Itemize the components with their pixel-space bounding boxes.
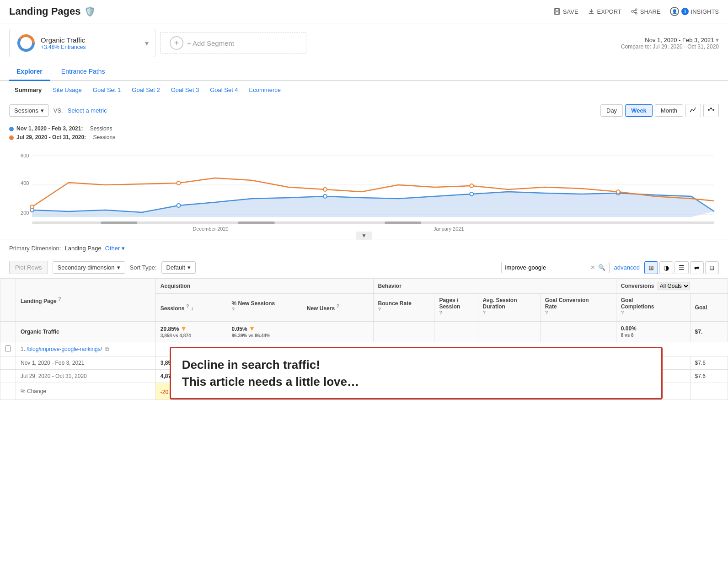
- export-button[interactable]: EXPORT: [588, 8, 621, 15]
- date-row-1: Nov 1, 2020 - Feb 3, 2021 3,858 (100.00%…: [0, 356, 728, 370]
- conversions-dropdown[interactable]: All Goals: [658, 282, 690, 290]
- subtab-summary[interactable]: Summary: [9, 85, 47, 95]
- conversions-label: Conversions: [621, 283, 654, 289]
- change-pages-session: -0.28%: [434, 383, 478, 400]
- add-segment-button[interactable]: + + Add Segment: [160, 32, 306, 54]
- change-goal-conv: 26.33%: [540, 383, 616, 400]
- sessions-help[interactable]: ?: [186, 303, 189, 309]
- date1-goal-value: $7.6: [690, 356, 728, 370]
- svg-point-5: [635, 12, 637, 14]
- goal-conv-help[interactable]: ?: [545, 310, 548, 315]
- url-cell: 1. /blog/improve-google-rankings/ ⧉: [16, 342, 156, 356]
- duration-help[interactable]: ?: [483, 310, 486, 315]
- insights-label: INSIGHTS: [691, 8, 719, 15]
- date2-goal-conv: 0.16%: [540, 370, 616, 383]
- annotation-cell: Decline in search traffic! This article …: [155, 342, 690, 356]
- insights-badge: 3: [681, 8, 689, 15]
- chart-type-btns: Day Week Month: [600, 104, 719, 117]
- secondary-dimension-dropdown[interactable]: Secondary dimension ▾: [53, 261, 125, 274]
- svg-text:600: 600: [21, 153, 29, 158]
- svg-point-10: [708, 109, 710, 111]
- landing-page-help[interactable]: ?: [58, 296, 61, 302]
- organic-label: Organic Traffic: [16, 322, 156, 342]
- day-btn[interactable]: Day: [600, 104, 623, 117]
- url-row: 1. /blog/improve-google-rankings/ ⧉ Decl…: [0, 342, 728, 356]
- change-row: % Change -20.85% ↘ -0.05% -20.89% 1.49% …: [0, 383, 728, 400]
- pages-help[interactable]: ?: [439, 310, 442, 315]
- svg-point-12: [712, 109, 714, 111]
- organic-pages-session: [434, 322, 478, 342]
- segment-name: Organic Traffic: [41, 36, 140, 44]
- subtab-ecommerce[interactable]: Ecommerce: [244, 85, 286, 95]
- share-button[interactable]: SHARE: [631, 8, 661, 15]
- view-buttons: ⊞ ◑ ☰ ⇌ ⊟: [644, 261, 719, 274]
- dot-chart-btn[interactable]: [703, 104, 719, 117]
- search-input[interactable]: [505, 264, 588, 271]
- bounce-rate-help[interactable]: ?: [378, 307, 381, 312]
- share-icon: [631, 8, 638, 15]
- subtab-goal-set-2[interactable]: Goal Set 2: [126, 85, 165, 95]
- url-link[interactable]: /blog/improve-google-rankings/: [27, 346, 102, 352]
- change-sessions-val: -20.85%: [161, 389, 181, 395]
- sort-type-dropdown[interactable]: Default ▾: [161, 261, 196, 274]
- page-header: Landing Pages 🛡️ SAVE EXPORT SHARE 👤 3 I…: [0, 0, 728, 23]
- line-chart: 600 400 200 December 2020 January 2021: [9, 144, 719, 235]
- subtab-goal-set-3[interactable]: Goal Set 3: [166, 85, 204, 95]
- tab-entrance-paths[interactable]: Entrance Paths: [54, 63, 112, 81]
- completions-help[interactable]: ?: [621, 310, 624, 315]
- segment-bar: Organic Traffic +3.48% Entrances ▾ + + A…: [0, 23, 728, 63]
- col-landing-page: Landing Page ?: [16, 279, 156, 322]
- pie-view-btn[interactable]: ◑: [659, 261, 673, 274]
- svg-marker-19: [32, 192, 714, 217]
- organic-checkbox: [0, 322, 16, 342]
- secondary-dim-label: Secondary dimension: [58, 264, 115, 271]
- select-metric-link[interactable]: Select a metric: [68, 107, 107, 114]
- date1-goal-conv: 0.21%: [540, 356, 616, 370]
- legend-metric-1: Sessions: [90, 124, 112, 133]
- insights-button[interactable]: 👤 3 INSIGHTS: [670, 7, 719, 16]
- svg-point-3: [635, 9, 637, 11]
- date2-goal-value: $7.6: [690, 370, 728, 383]
- svg-point-23: [470, 192, 473, 196]
- primary-dimension-value: Landing Page: [64, 245, 101, 252]
- segment-dropdown-arrow[interactable]: ▾: [145, 39, 149, 48]
- metric-dropdown[interactable]: Sessions ▾: [9, 104, 49, 117]
- save-button[interactable]: SAVE: [553, 8, 578, 15]
- row-1-checkbox[interactable]: [5, 345, 11, 351]
- segment-donut: [16, 33, 36, 53]
- table-view-btn[interactable]: ⊞: [644, 261, 658, 274]
- new-sessions-help[interactable]: ?: [232, 307, 235, 312]
- search-icon[interactable]: 🔍: [598, 264, 605, 271]
- subtab-goal-set-4[interactable]: Goal Set 4: [204, 85, 243, 95]
- comparison-view-btn[interactable]: ⇌: [690, 261, 704, 274]
- date2-label: Jul 29, 2020 - Oct 31, 2020: [16, 370, 156, 383]
- bounce-rate-col-header: Bounce Rate?: [373, 294, 434, 322]
- plot-rows-button: Plot Rows: [9, 261, 48, 274]
- compare-label: Compare to:: [621, 43, 651, 50]
- copy-icon[interactable]: ⧉: [105, 346, 109, 352]
- new-users-help[interactable]: ?: [336, 303, 339, 309]
- week-btn[interactable]: Week: [625, 104, 653, 117]
- performance-view-btn[interactable]: ☰: [674, 261, 689, 274]
- advanced-link[interactable]: advanced: [614, 264, 640, 271]
- month-btn[interactable]: Month: [655, 104, 683, 117]
- sort-value: Default: [166, 264, 185, 271]
- segment-card[interactable]: Organic Traffic +3.48% Entrances ▾: [9, 29, 155, 57]
- search-clear-icon[interactable]: ✕: [590, 264, 595, 271]
- pivot-view-btn[interactable]: ⊟: [705, 261, 719, 274]
- svg-rect-34: [238, 221, 275, 224]
- subtab-site-usage[interactable]: Site Usage: [47, 85, 87, 95]
- subtab-goal-set-1[interactable]: Goal Set 1: [87, 85, 126, 95]
- dot-chart-icon: [707, 107, 715, 113]
- organic-bounce-rate: [373, 322, 434, 342]
- tab-explorer[interactable]: Explorer: [9, 63, 50, 81]
- date-range-selector[interactable]: Nov 1, 2020 - Feb 3, 2021 ▾ Compare to: …: [621, 36, 719, 50]
- svg-text:January 2021: January 2021: [434, 226, 464, 232]
- other-dimension-link[interactable]: Other ▾: [105, 245, 125, 252]
- change-checkbox: [0, 383, 16, 400]
- sessions-sort[interactable]: ↓: [191, 305, 193, 312]
- metric-label: Sessions: [14, 107, 38, 114]
- svg-text:400: 400: [21, 180, 29, 186]
- change-avg-duration: 17.94%: [478, 383, 540, 400]
- line-chart-btn[interactable]: [685, 104, 701, 117]
